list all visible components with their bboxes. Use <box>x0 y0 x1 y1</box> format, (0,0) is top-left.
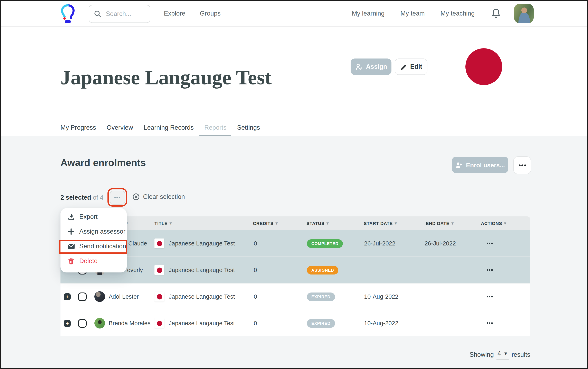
table-row[interactable]: + Adol Lester Japanese Langauge Test 0 E… <box>60 283 530 310</box>
sort-caret-icon: ▾ <box>395 221 397 226</box>
notifications-bell-icon[interactable] <box>491 8 501 19</box>
award-image-japan-flag <box>465 48 502 85</box>
download-icon <box>68 213 75 220</box>
tab-settings[interactable]: Settings <box>237 124 260 131</box>
nav-link-my-teaching[interactable]: My teaching <box>441 10 475 17</box>
plus-icon <box>68 228 75 235</box>
app-window: Explore Groups My learning My team My te… <box>0 0 588 369</box>
japan-flag-icon <box>155 318 164 328</box>
tab-bar: My Progress Overview Learning Records Re… <box>60 124 260 131</box>
row-actions-button[interactable] <box>474 296 530 297</box>
sort-caret-icon: ▾ <box>276 221 278 226</box>
row-actions-button[interactable] <box>474 323 530 324</box>
results-count-dropdown[interactable]: 4 ▼ <box>497 350 509 359</box>
table-row[interactable]: Claude Japanese Langauge Test 0 COMPLETE… <box>60 230 530 256</box>
tab-reports[interactable]: Reports <box>204 124 226 131</box>
menu-item-export[interactable]: Export <box>60 209 127 224</box>
search-input[interactable] <box>105 10 143 18</box>
selection-count: 2 selected of 4 <box>60 194 103 201</box>
trash-icon <box>68 257 75 265</box>
row-actions-button[interactable] <box>474 269 530 271</box>
avatar <box>94 318 105 328</box>
menu-item-delete[interactable]: Delete <box>60 254 127 268</box>
results-label: results <box>512 351 530 358</box>
section-heading: Award enrolments <box>60 157 146 169</box>
table-row[interactable]: everly Japanese Langauge Test 0 ASSIGNED <box>60 256 530 283</box>
nav-link-groups[interactable]: Groups <box>200 10 221 17</box>
assign-button-label: Assign <box>366 63 387 70</box>
page-title: Japanese Langauge Test <box>60 65 272 89</box>
credits-value: 0 <box>251 320 303 327</box>
edit-button-label: Edit <box>410 63 422 70</box>
col-actions[interactable]: ACTIONS▾ <box>474 221 530 226</box>
expand-row-button[interactable]: + <box>64 320 71 327</box>
ellipsis-icon <box>487 243 493 244</box>
start-date: 10-Aug-2022 <box>359 293 420 300</box>
status-badge: COMPLETED <box>307 239 343 248</box>
col-title[interactable]: TITLE▾ <box>154 221 251 226</box>
award-title: Japanese Langauge Test <box>169 293 235 300</box>
pencil-icon <box>400 63 407 70</box>
chevron-down-icon: ▼ <box>503 351 508 356</box>
search-box <box>89 5 150 23</box>
ellipsis-icon <box>487 269 493 271</box>
nav-link-my-team[interactable]: My team <box>401 10 425 17</box>
assign-button[interactable]: Assign <box>351 59 392 75</box>
ellipsis-icon <box>487 323 493 324</box>
col-start-date[interactable]: START DATE▾ <box>359 221 420 226</box>
end-date: 26-Jul-2022 <box>420 240 474 247</box>
menu-item-label: Export <box>79 213 98 221</box>
person-check-icon <box>355 63 363 71</box>
expand-row-button[interactable]: + <box>64 293 71 300</box>
bulk-actions-more-button[interactable] <box>110 190 125 204</box>
table-header-row: ▾ TITLE▾ CREDITS▾ STATUS▾ START DATE▾ EN… <box>60 216 530 230</box>
search-icon <box>94 10 101 18</box>
start-date: 10-Aug-2022 <box>359 320 420 327</box>
row-checkbox[interactable] <box>78 319 87 328</box>
enrol-users-label: Enrol users... <box>466 161 505 168</box>
award-title: Japanese Langauge Test <box>169 320 235 327</box>
japan-flag-icon <box>155 292 164 301</box>
lightbulb-logo-icon[interactable] <box>61 4 75 23</box>
sort-caret-icon: ▾ <box>170 221 172 226</box>
status-badge: EXPIRED <box>307 319 335 328</box>
tab-learning-records[interactable]: Learning Records <box>144 124 194 131</box>
page-header: Japanese Langauge Test Assign Edit My Pr… <box>1 26 587 136</box>
circle-x-icon <box>132 193 140 200</box>
japan-flag-icon <box>155 238 164 248</box>
credits-value: 0 <box>251 293 303 300</box>
section-more-button[interactable] <box>513 156 531 174</box>
results-count-value: 4 <box>498 350 501 357</box>
col-credits[interactable]: CREDITS▾ <box>251 221 303 226</box>
credits-value: 0 <box>251 267 303 273</box>
enrol-users-button[interactable]: Enrol users... <box>452 157 508 173</box>
col-status[interactable]: STATUS▾ <box>303 221 359 226</box>
menu-item-assign-assessor[interactable]: Assign assessor <box>60 224 127 239</box>
avatar <box>94 291 105 302</box>
user-name: Adol Lester <box>109 293 139 300</box>
selection-count-total: of 4 <box>93 194 104 201</box>
sort-caret-icon: ▾ <box>326 221 329 226</box>
nav-link-explore[interactable]: Explore <box>164 10 185 17</box>
annotation-highlight-more-button <box>108 188 127 207</box>
top-navbar: Explore Groups My learning My team My te… <box>1 1 587 27</box>
credits-value: 0 <box>251 240 303 247</box>
clear-selection-button[interactable]: Clear selection <box>132 193 185 200</box>
col-end-date[interactable]: END DATE▾ <box>420 221 474 226</box>
tab-overview[interactable]: Overview <box>107 124 133 131</box>
sort-caret-icon: ▾ <box>451 221 454 226</box>
annotation-highlight-send-notification <box>59 240 127 254</box>
tab-my-progress[interactable]: My Progress <box>60 124 96 131</box>
table-row[interactable]: + Brenda Morales Japanese Langauge Test … <box>60 310 530 336</box>
row-actions-button[interactable] <box>474 243 530 244</box>
clear-selection-label: Clear selection <box>143 193 185 200</box>
results-footer: Showing 4 ▼ results <box>470 350 530 359</box>
showing-label: Showing <box>470 351 494 358</box>
sort-caret-icon: ▾ <box>504 221 506 226</box>
menu-item-label: Delete <box>79 257 98 265</box>
edit-button[interactable]: Edit <box>395 59 427 75</box>
row-checkbox[interactable] <box>78 292 87 301</box>
nav-link-my-learning[interactable]: My learning <box>352 10 384 17</box>
person-plus-icon <box>455 161 463 169</box>
user-avatar[interactable] <box>514 4 534 23</box>
